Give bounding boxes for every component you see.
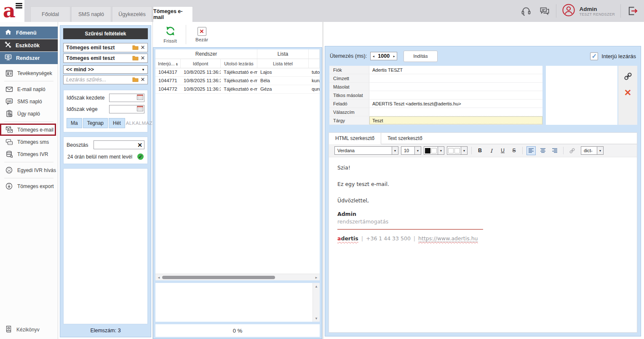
cell-last-close: Tájékoztató e-mail [221,77,257,85]
tab-tomeges-email[interactable]: Tömeges e-mail [153,6,193,22]
start-button[interactable]: Indítás [404,51,438,62]
sidebar-item-ugy-naplo[interactable]: Ügy napló [0,108,58,120]
yesterday-button[interactable]: Tegnap [83,118,108,128]
sidebar-item-tomeges-ivr[interactable]: Tömeges IVR [0,148,58,160]
sidebar-item-tomeges-email[interactable]: Tömeges e-mail [0,124,56,136]
mail-field-value[interactable]: ADERTIS Teszt <adertis.teszt@adertis.hu> [369,100,542,108]
folder-picker-icon[interactable] [131,77,139,82]
tab-html-editor[interactable]: HTML szerkesztő [329,133,381,144]
tab-fooldal[interactable]: Főoldal [30,6,70,22]
filter-select-all[interactable]: << mind >> ▼ [63,65,148,74]
highlight-color-picker[interactable]: ▼ [447,146,468,155]
apply-button[interactable]: ALKALMAZ [126,121,154,126]
mail-field-value[interactable] [369,108,542,116]
insert-link-button[interactable] [567,146,577,155]
font-size-select[interactable]: 10 ▼ [401,146,421,155]
calendar-icon[interactable] [137,94,143,102]
align-center-button[interactable] [538,146,548,155]
sidebar-item-egyedi-ivr[interactable]: Egyedi IVR hívás [0,164,58,176]
refresh-button[interactable]: Frissít [158,26,182,43]
italic-button[interactable]: I [487,146,496,155]
folder-picker-icon[interactable] [131,56,139,61]
email-body-editor[interactable]: Szia! Ez egy teszt e-mail. Üdvözlettel, … [329,157,637,332]
column-header-extra[interactable] [309,59,320,68]
calendar-icon[interactable] [137,105,143,113]
sidebar-item-fomenu[interactable]: Főmenü [0,27,58,39]
spinner-increase-icon[interactable]: ▸ [391,54,397,58]
scroll-up-icon[interactable]: ▲ [313,283,320,290]
filter-input-1[interactable]: Tömeges emil teszt ✕ [63,43,148,52]
log-output-box[interactable]: ▲ ▼ [155,283,320,322]
period-end-input[interactable] [109,105,144,113]
sidebar-item-rendszer[interactable]: Rendszer [0,52,58,64]
remove-attachment-icon[interactable]: ✕ [624,89,632,97]
sidebar-item-eszkozok[interactable]: Eszközök [0,39,58,51]
sidebar-item-tevekenysegek[interactable]: Tevékenységek [0,67,58,79]
today-button[interactable]: Ma [67,118,82,128]
headset-support-icon[interactable] [520,5,532,17]
spinner-decrease-icon[interactable]: ◂ [371,54,376,58]
text-color-picker[interactable]: ▼ [424,146,444,155]
clear-filter-icon[interactable]: ✕ [139,76,146,83]
schedule-value[interactable]: 1000 [376,53,391,59]
logout-icon[interactable] [626,5,639,17]
clear-assignment-icon[interactable]: ✕ [137,142,142,148]
tab-ugykezeles[interactable]: Ügykezelés [112,6,152,22]
column-header-lista-tetel[interactable]: Lista tétel [257,59,309,68]
table-row[interactable]: 1044771 10/8/2025 11:36:3 Tájékoztató e-… [155,77,320,85]
horizontal-scrollbar[interactable]: ◂ ▸ [155,274,320,280]
check-circle-icon[interactable]: ✓ [137,153,144,160]
sidebar-item-tomeges-export[interactable]: Tömeges export [0,180,58,192]
filter-result-list[interactable] [63,168,148,324]
tab-sms-naplo[interactable]: SMS napló [71,6,111,22]
dictionary-select[interactable]: dict- ▼ [581,146,604,155]
sidebar-item-kezikonyv[interactable]: Kézikönyv [5,326,40,334]
refresh-label: Frissít [163,38,176,43]
mail-field-value[interactable] [369,91,542,99]
mail-field-value[interactable]: Adertis TESZT [369,66,542,74]
align-right-button[interactable] [550,146,559,155]
scrollbar-thumb[interactable] [162,276,275,279]
dictionary-value: dict- [581,148,597,153]
bold-button[interactable]: B [476,146,484,155]
brand-url[interactable]: https://www.adertis.hu [418,235,478,242]
filter-input-2[interactable]: Tömeges emil teszt ✕ [63,54,148,63]
column-header-interju[interactable]: Interjú...▴ [155,59,181,68]
align-left-button[interactable] [526,146,536,155]
close-filter-input[interactable]: Lezárás szűrés... ✕ [63,75,148,84]
clear-filter-icon[interactable]: ✕ [139,55,146,62]
scroll-right-icon[interactable]: ▸ [313,275,320,280]
chat-messages-icon[interactable] [538,5,550,17]
clear-filter-icon[interactable]: ✕ [139,44,146,51]
underline-button[interactable]: U [498,146,507,155]
sidebar-item-email-naplo[interactable]: E-mail napló [0,83,58,95]
period-start-input[interactable] [109,94,144,102]
mail-field-value[interactable] [369,83,542,91]
attach-link-icon[interactable] [623,72,633,83]
mail-field-label: Titkos másolat [329,91,369,99]
table-row[interactable]: 1044772 10/8/2025 11:36:3 Tájékoztató e-… [155,85,320,94]
interview-close-checkbox[interactable]: ✓ [590,52,598,60]
scroll-down-icon[interactable]: ▼ [313,315,320,322]
folder-picker-icon[interactable] [131,45,139,50]
tab-text-editor[interactable]: Text szerkesztő [381,133,429,144]
chevron-down-icon: ▼ [140,68,146,72]
close-button[interactable]: ✕ Bezár [190,27,214,42]
schedule-spinner[interactable]: ◂ 1000 ▸ [370,52,397,60]
mail-field-value[interactable]: Teszt [369,116,542,124]
column-header-idopont[interactable]: Időpont [181,59,221,68]
font-family-select[interactable]: Verdana ▼ [334,146,398,155]
week-button[interactable]: Hét [109,118,125,128]
vertical-scrollbar[interactable]: ▲ ▼ [313,283,320,322]
user-menu[interactable]: Admin TESZT RENDSZER [562,3,615,19]
attachment-list[interactable] [546,66,617,125]
mail-field-value[interactable] [369,74,542,82]
column-header-utolso-lezaras[interactable]: Utolsó lezárás [221,59,257,68]
assignment-input[interactable]: ✕ [94,140,144,149]
hamburger-menu-icon[interactable] [16,3,22,9]
strikethrough-button[interactable]: S [510,146,518,155]
sidebar-item-sms-naplo[interactable]: SMS SMS napló [0,95,58,108]
scroll-left-icon[interactable]: ◂ [155,275,162,280]
table-row[interactable]: 1044317 10/8/2025 11:36:3 Tájékoztató e-… [155,68,320,77]
sidebar-item-tomeges-sms[interactable]: Tömeges sms [0,136,58,148]
